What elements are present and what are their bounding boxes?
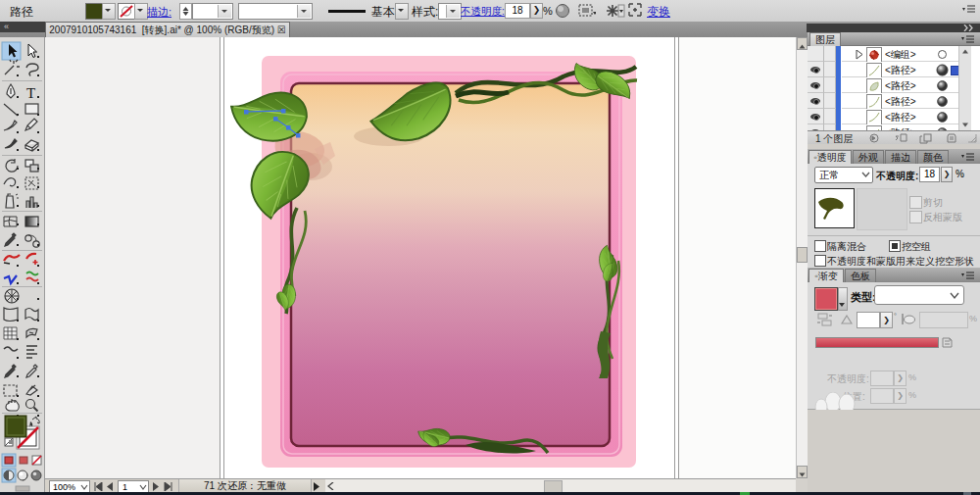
svg-text:T: T — [26, 85, 35, 101]
